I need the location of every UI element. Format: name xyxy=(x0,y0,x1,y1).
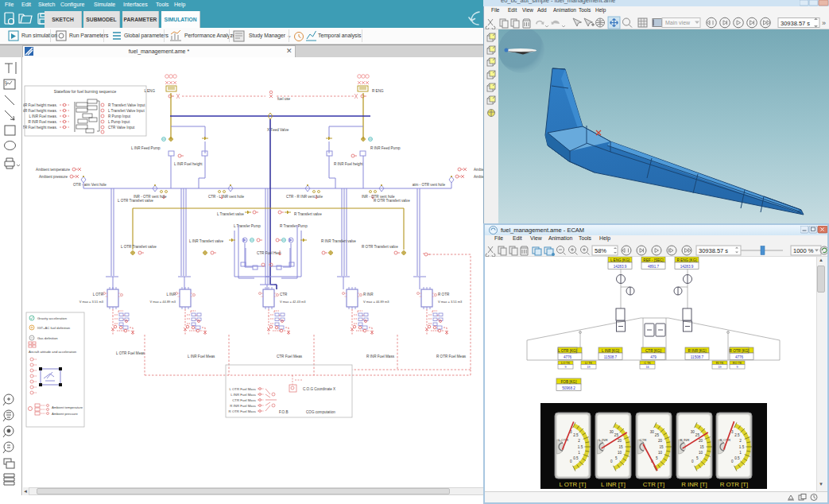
svg-text:CTR [T]: CTR [T] xyxy=(643,481,664,488)
svg-text:L Pump Input: L Pump Input xyxy=(108,120,130,124)
svg-text:11508.7: 11508.7 xyxy=(691,355,704,359)
svg-text:V max = 3.51 m3: V max = 3.51 m3 xyxy=(438,300,463,304)
svg-text:20: 20 xyxy=(658,439,663,443)
svg-text:C TK: C TK xyxy=(644,362,651,365)
svg-text:atm - OTR vent hole: atm - OTR vent hole xyxy=(413,183,446,187)
svg-text:5: 5 xyxy=(656,456,658,460)
svg-text:L OTR [KG]: L OTR [KG] xyxy=(558,349,577,353)
svg-text:R INR Feed Pump: R INR Feed Pump xyxy=(370,146,401,150)
svg-text:REF - [SEC]: REF - [SEC] xyxy=(643,258,663,262)
svg-text:25: 25 xyxy=(695,433,700,437)
svg-text:R OTR: R OTR xyxy=(438,293,450,297)
svg-text:L OTR Transfert valve: L OTR Transfert valve xyxy=(121,245,157,249)
svg-text:R OTR Transfert valve: R OTR Transfert valve xyxy=(374,199,410,203)
svg-text:R Transfert valve: R Transfert valve xyxy=(294,212,322,216)
svg-text:R OTR Fuel Meas: R OTR Fuel Meas xyxy=(436,355,467,359)
svg-text:R INR Fuel Mass: R INR Fuel Mass xyxy=(366,355,395,359)
svg-text:30: 30 xyxy=(650,430,655,434)
svg-text:V max = 44.89 m3: V max = 44.89 m3 xyxy=(363,300,389,304)
svg-text:Ambient pressure: Ambient pressure xyxy=(52,412,78,416)
svg-text:0: 0 xyxy=(610,459,613,463)
svg-text:14283.9: 14283.9 xyxy=(614,265,627,269)
svg-text:2.5: 2.5 xyxy=(734,433,740,437)
svg-text:FOB [KG]: FOB [KG] xyxy=(561,380,577,384)
svg-text:9: 9 xyxy=(5,80,7,85)
svg-text:OTR - atm Vent hole: OTR - atm Vent hole xyxy=(73,183,107,187)
svg-text:R INR Fuel height meas.: R INR Fuel height meas. xyxy=(23,109,57,113)
svg-text:L INR [T]: L INR [T] xyxy=(601,481,626,488)
svg-text:L ENG [KG]: L ENG [KG] xyxy=(610,258,629,262)
svg-text:L OTR [T]: L OTR [T] xyxy=(560,481,587,488)
svg-text:F.O.B: F.O.B xyxy=(279,410,289,414)
svg-text:IGT+AC fuel definition: IGT+AC fuel definition xyxy=(37,326,71,330)
svg-text:L INR Feed Pump: L INR Feed Pump xyxy=(131,146,161,150)
svg-text:L INR Fuel Mass: L INR Fuel Mass xyxy=(230,393,256,397)
svg-text:V max = 3.51 m3: V max = 3.51 m3 xyxy=(79,300,104,304)
svg-text:R INR: R INR xyxy=(680,438,690,442)
svg-text:COG computation: COG computation xyxy=(306,410,335,414)
svg-text:L OTR: L OTR xyxy=(93,293,104,297)
svg-text:L INR Fuel height: L INR Fuel height xyxy=(174,162,203,166)
svg-text:CTR Fuel height meas.: CTR Fuel height meas. xyxy=(23,126,57,130)
svg-text:V max = 44.89 m3: V max = 44.89 m3 xyxy=(149,300,176,304)
svg-text:2.5: 2.5 xyxy=(573,433,579,437)
svg-text:LI TK: LI TK xyxy=(585,362,592,365)
svg-text:R Pump Input: R Pump Input xyxy=(108,114,131,118)
svg-text:L INR [KG]: L INR [KG] xyxy=(602,349,619,353)
svg-text:Ambient temperature: Ambient temperature xyxy=(52,405,83,409)
svg-text:R OTR: R OTR xyxy=(720,438,731,442)
svg-text:Stateflow for fuel burning seq: Stateflow for fuel burning sequence xyxy=(54,89,117,94)
svg-text:L OTR Transfert valve: L OTR Transfert valve xyxy=(118,199,153,203)
svg-text:R INR Fuel height: R INR Fuel height xyxy=(334,162,363,166)
svg-text:4891.7: 4891.7 xyxy=(648,265,659,269)
svg-text:R ENG: R ENG xyxy=(372,89,384,93)
svg-text:L INR Fuel Meas: L INR Fuel Meas xyxy=(188,355,215,359)
svg-text:R INR: R INR xyxy=(363,293,374,297)
svg-text:25: 25 xyxy=(655,433,660,437)
svg-text:CTR Fuel Heat: CTR Fuel Heat xyxy=(257,251,281,255)
svg-text:10: 10 xyxy=(658,451,663,455)
svg-text:30: 30 xyxy=(691,430,695,434)
svg-text:L Transfert valve: L Transfert valve xyxy=(217,212,244,216)
svg-text:11508.7: 11508.7 xyxy=(604,355,618,359)
svg-text:CTR Valve Input: CTR Valve Input xyxy=(108,126,135,130)
svg-text:L INR Transfert valve: L INR Transfert valve xyxy=(189,239,223,243)
svg-text:L INR: L INR xyxy=(599,438,608,442)
svg-text:R OTR [T]: R OTR [T] xyxy=(720,481,749,488)
svg-text:L ENG: L ENG xyxy=(144,89,155,93)
svg-text:C.O.G Coordinate X: C.O.G Coordinate X xyxy=(303,387,335,391)
svg-text:R OTR [KG]: R OTR [KG] xyxy=(730,349,750,353)
svg-text:L INR Fuel height meas.: L INR Fuel height meas. xyxy=(23,103,57,107)
svg-text:CTR [KG]: CTR [KG] xyxy=(645,349,661,353)
svg-text:R INR [KG]: R INR [KG] xyxy=(688,349,707,353)
svg-text:L OTR Fuel Meas: L OTR Fuel Meas xyxy=(116,351,145,355)
svg-text:5: 5 xyxy=(615,456,618,460)
svg-text:R OTR Transfert valve: R OTR Transfert valve xyxy=(362,245,398,249)
svg-text:30: 30 xyxy=(610,430,614,434)
svg-text:V max = 42.43 m3: V max = 42.43 m3 xyxy=(280,300,306,304)
svg-text:fuel use: fuel use xyxy=(277,97,291,101)
svg-text:20: 20 xyxy=(699,439,703,443)
svg-text:R INR [T]: R INR [T] xyxy=(681,481,707,488)
svg-text:Ambient pressure: Ambient pressure xyxy=(39,175,68,179)
svg-text:0: 0 xyxy=(570,459,572,463)
svg-text:0: 0 xyxy=(731,459,734,463)
svg-text:CTR - L INR vent hole: CTR - L INR vent hole xyxy=(208,195,244,199)
svg-text:»: » xyxy=(822,19,826,27)
svg-text:Ambient temperature: Ambient temperature xyxy=(36,168,70,172)
svg-text:Gravity acceleration: Gravity acceleration xyxy=(37,316,68,320)
svg-text:RO TK: RO TK xyxy=(733,362,742,365)
svg-text:19: 19 xyxy=(587,366,590,369)
svg-text:L INR Fuel meas.: L INR Fuel meas. xyxy=(29,114,57,118)
svg-text:1.5: 1.5 xyxy=(578,445,583,449)
svg-text:Gas definition: Gas definition xyxy=(37,336,58,340)
svg-text:LO TK: LO TK xyxy=(561,362,570,365)
svg-text:R INR Transfert valve: R INR Transfert valve xyxy=(321,239,356,243)
svg-text:30938.57 s: 30938.57 s xyxy=(781,20,810,27)
svg-text:CTR Fuel Meas: CTR Fuel Meas xyxy=(277,355,303,359)
svg-text:R INR Fuel Mass: R INR Fuel Mass xyxy=(230,404,256,408)
svg-text:L INR: L INR xyxy=(166,293,176,297)
svg-text:30938.57 s: 30938.57 s xyxy=(699,247,728,254)
svg-text:1.5: 1.5 xyxy=(739,445,745,449)
svg-text:9: 9 xyxy=(736,366,738,369)
